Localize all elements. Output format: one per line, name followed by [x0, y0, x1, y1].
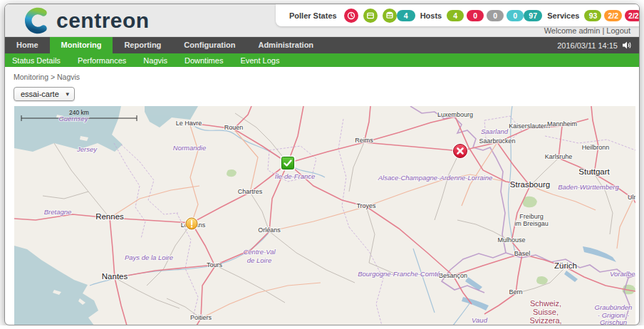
map-label: Besançon [439, 272, 467, 279]
map-label: Suisse, [533, 308, 559, 316]
map-label: Luxembourg [437, 111, 473, 118]
sound-icon[interactable] [623, 41, 632, 49]
nav-datetime: 2016/03/11 14:15 [557, 41, 618, 50]
hosts-total-badge[interactable]: 4 [397, 10, 415, 21]
centreon-logo[interactable]: centreon [24, 7, 150, 34]
map-label: Mulhouse [497, 236, 525, 244]
map-label: Strasbourg [510, 180, 550, 189]
poller-states: Poller States [287, 9, 397, 23]
services-critical-badge[interactable]: 2/2 [625, 10, 640, 21]
poller-states-label: Poller States [289, 11, 337, 20]
map-label: Guernsey [58, 115, 88, 122]
map-label: Reims [355, 137, 373, 144]
marker-host-warning[interactable] [185, 217, 199, 231]
subnav-item-event-logs[interactable]: Event Logs [240, 56, 279, 65]
map-label: Freiburg [519, 213, 544, 220]
subnav-item-downtimes[interactable]: Downtimes [185, 56, 223, 65]
logo-text: centreon [56, 7, 150, 34]
map-label: im Breisgau [514, 220, 549, 227]
map-label: Tours [207, 261, 223, 268]
services-label: Services [547, 11, 579, 20]
nagvis-map[interactable]: 240 km Le HavreRouenReimsLuxembourgSaarb… [14, 106, 634, 325]
subnav-item-nagvis[interactable]: Nagvis [143, 56, 167, 65]
header: centreon Poller States 4 Hosts 4 0 [5, 4, 639, 37]
nav-item-home[interactable]: Home [5, 37, 50, 53]
nav-item-reporting[interactable]: Reporting [113, 37, 172, 53]
sub-nav: Status Details Performances Nagvis Downt… [5, 53, 639, 67]
poller-activity-icon[interactable] [363, 9, 378, 23]
map-label: Basel [514, 250, 531, 257]
breadcrumb[interactable]: Monitoring > Nagvis [5, 67, 639, 84]
welcome-divider: | [602, 26, 604, 35]
map-select[interactable]: essai-carte ▼ [14, 87, 75, 101]
hosts-label: Hosts [420, 11, 442, 20]
map-label: Normandie [173, 144, 206, 152]
map-label: Bretagne [44, 208, 72, 216]
map-label: Pays de la Loire [125, 254, 173, 261]
map-label: Poitiers [190, 314, 212, 321]
map-select-value: essai-carte [21, 90, 59, 98]
map-label: Vorarlberg [610, 270, 635, 278]
marker-host-ok[interactable] [281, 156, 296, 171]
map-label: Kaiserslautern [509, 122, 550, 130]
map-label: Bern [509, 288, 522, 296]
map-label: Karlsruhe [545, 153, 573, 160]
map-label: Heilbronn [582, 144, 610, 151]
logout-link[interactable]: Logout [606, 26, 630, 35]
poller-latency-icon[interactable] [344, 9, 358, 23]
subnav-item-status-details[interactable]: Status Details [12, 56, 61, 65]
nav-right: 2016/03/11 14:15 [557, 37, 632, 53]
welcome-text: Welcome admin [544, 26, 601, 35]
map-label: Baden-Württemberg [558, 183, 619, 191]
map-label: Rouen [224, 124, 244, 131]
services-status: 97 Services 93 2/2 2/2 0/0 0 [524, 10, 640, 21]
hosts-unreachable-badge[interactable]: 0 [487, 10, 504, 21]
map-label: Orléans [258, 226, 281, 234]
map-label: Mannheim [547, 120, 577, 127]
services-warning-badge[interactable]: 2/2 [604, 10, 622, 21]
map-label: Alsace-Champagne-Ardenne-Lorraine [378, 174, 493, 182]
nav-item-administration[interactable]: Administration [246, 37, 325, 53]
map-label: Chartres [238, 188, 263, 195]
subnav-item-performances[interactable]: Performances [78, 56, 126, 65]
map-label: Troyes [356, 202, 376, 209]
welcome-bar: Welcome admin | Logout [544, 26, 630, 35]
map-label: Saarland [481, 127, 509, 135]
app-window: centreon Poller States 4 Hosts 4 0 [4, 4, 640, 325]
poller-database-icon[interactable] [383, 9, 397, 23]
map-label: Stuttgart [578, 167, 610, 176]
hosts-down-badge[interactable]: 0 [467, 10, 484, 21]
map-label: Jersey [76, 145, 98, 153]
centreon-logo-icon [24, 7, 51, 34]
map-label: Rennes [95, 212, 124, 221]
hosts-up-badge[interactable]: 4 [447, 10, 464, 21]
map-label: Bourgogne-Franche-Comté [358, 270, 440, 278]
map-label: Le Havre [176, 120, 202, 127]
map-label: Grischun [600, 318, 627, 325]
map-canvas[interactable]: 240 km Le HavreRouenReimsLuxembourgSaarb… [14, 106, 635, 325]
nav-item-monitoring[interactable]: Monitoring [50, 37, 113, 53]
hosts-pending-badge[interactable]: 0 [507, 10, 524, 21]
main-nav: Home Monitoring Reporting Configuration … [5, 37, 639, 53]
map-label: Svizra [535, 324, 557, 325]
chevron-down-icon: ▼ [65, 91, 71, 98]
nav-item-configuration[interactable]: Configuration [172, 37, 246, 53]
map-label: Vaud [472, 316, 488, 324]
map-label: de Loire [247, 256, 271, 264]
status-box: Poller States 4 Hosts 4 0 0 0 [276, 4, 639, 26]
map-select-row: essai-carte ▼ [5, 84, 639, 103]
map-label: Île-de-France [275, 172, 316, 180]
map-label: Schweiz, [530, 299, 561, 308]
map-label: Graubünden [595, 303, 633, 311]
map-label: Ulm [628, 194, 635, 201]
map-label: Zürich [554, 261, 577, 270]
map-label: Centre-Val [243, 248, 276, 256]
map-label: Saarbrücken [479, 137, 515, 145]
marker-host-critical[interactable] [452, 143, 468, 159]
services-total-badge[interactable]: 97 [524, 10, 542, 21]
services-ok-badge[interactable]: 93 [584, 10, 601, 21]
hosts-status: 4 Hosts 4 0 0 0 [397, 10, 524, 21]
map-label: Nantes [102, 272, 128, 281]
